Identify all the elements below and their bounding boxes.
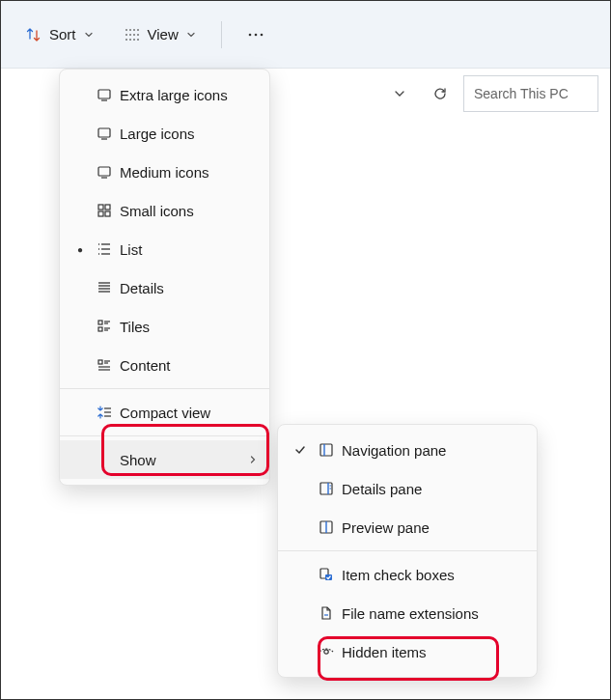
menu-label: Hidden items: [342, 644, 525, 660]
monitor-icon: [93, 87, 116, 102]
menu-label: Show: [120, 452, 244, 468]
menu-label: List: [120, 241, 258, 258]
menu-item[interactable]: Details pane: [278, 469, 537, 508]
menu-item[interactable]: Navigation pane: [278, 431, 537, 469]
svg-point-14: [260, 33, 263, 36]
svg-point-60: [324, 650, 328, 654]
view-menu: Extra large iconsLarge iconsMedium icons…: [59, 69, 270, 486]
refresh-button[interactable]: [423, 76, 458, 111]
svg-rect-41: [98, 360, 102, 364]
compact-icon: [93, 405, 116, 420]
sort-button[interactable]: Sort: [16, 20, 103, 48]
file-ext-icon: [315, 605, 338, 621]
svg-rect-22: [105, 205, 110, 210]
monitor-icon: [93, 164, 116, 180]
menu-label: Large icons: [120, 126, 258, 142]
menu-item[interactable]: Large icons: [60, 114, 269, 153]
sort-label: Sort: [49, 26, 76, 42]
nav-pane-icon: [315, 442, 338, 458]
svg-rect-35: [98, 321, 102, 324]
menu-label: Details: [120, 280, 258, 296]
menu-label: Preview pane: [342, 519, 525, 536]
svg-point-12: [248, 33, 251, 36]
monitor-icon: [93, 126, 116, 141]
menu-item[interactable]: Extra large icons: [60, 75, 269, 114]
preview-pane-icon: [315, 519, 338, 535]
menu-label: Small icons: [120, 203, 258, 219]
menu-label: File name extensions: [342, 605, 525, 622]
svg-rect-24: [105, 211, 110, 216]
refresh-icon: [432, 86, 448, 101]
menu-separator: [278, 550, 537, 551]
view-icon: [125, 27, 140, 42]
menu-separator: [60, 388, 269, 389]
menu-item-show[interactable]: Show: [60, 440, 269, 479]
search-placeholder: Search This PC: [474, 86, 569, 101]
menu-label: Compact view: [120, 405, 258, 421]
menu-label: Extra large icons: [120, 87, 258, 103]
chevron-down-icon: [186, 30, 196, 40]
svg-rect-17: [98, 128, 110, 137]
svg-rect-38: [98, 327, 102, 331]
menu-label: Item check boxes: [342, 567, 525, 583]
content-icon: [93, 357, 116, 373]
view-button[interactable]: View: [115, 20, 206, 48]
menu-item[interactable]: Small icons: [60, 191, 269, 230]
menu-label: Tiles: [120, 319, 258, 335]
toolbar: Sort View: [1, 1, 610, 69]
svg-point-13: [254, 33, 257, 36]
menu-label: Content: [120, 357, 258, 374]
svg-rect-15: [98, 90, 110, 98]
search-input[interactable]: Search This PC: [463, 75, 598, 112]
menu-separator: [60, 435, 269, 436]
menu-item[interactable]: Details: [60, 268, 269, 307]
menu-item[interactable]: Preview pane: [278, 508, 537, 546]
svg-rect-21: [98, 205, 103, 210]
svg-rect-23: [98, 211, 103, 216]
svg-rect-49: [320, 444, 332, 456]
menu-label: Details pane: [342, 481, 525, 497]
tiles-icon: [93, 319, 116, 334]
details-pane-icon: [315, 481, 338, 496]
more-button[interactable]: [237, 21, 274, 48]
menu-item[interactable]: Content: [60, 346, 269, 384]
show-submenu: Navigation paneDetails panePreview pane …: [277, 424, 538, 678]
menu-item[interactable]: ●List: [60, 230, 269, 268]
menu-label: Medium icons: [120, 164, 258, 181]
view-label: View: [148, 26, 179, 42]
hidden-icon: [315, 644, 338, 659]
chevron-right-icon: [248, 455, 258, 464]
sort-icon: [26, 27, 42, 42]
svg-rect-19: [98, 167, 110, 176]
details-icon: [93, 280, 116, 295]
toolbar-divider: [221, 21, 222, 48]
menu-item[interactable]: Tiles: [60, 307, 269, 346]
grid4-icon: [93, 203, 116, 218]
menu-item-compact-view[interactable]: Compact view: [60, 393, 269, 432]
history-dropdown[interactable]: [382, 76, 417, 111]
menu-item[interactable]: Medium icons: [60, 153, 269, 191]
chevron-down-icon: [393, 87, 406, 100]
selection-bullet: ●: [71, 244, 89, 255]
menu-label: Navigation pane: [342, 442, 525, 459]
checkboxes-icon: [315, 567, 338, 582]
list-icon: [93, 241, 116, 257]
ellipsis-icon: [247, 27, 264, 42]
chevron-down-icon: [84, 30, 94, 40]
menu-item[interactable]: File name extensions: [278, 594, 537, 632]
check-icon: [290, 443, 311, 457]
menu-item[interactable]: Hidden items: [278, 632, 537, 671]
menu-item[interactable]: Item check boxes: [278, 555, 537, 594]
